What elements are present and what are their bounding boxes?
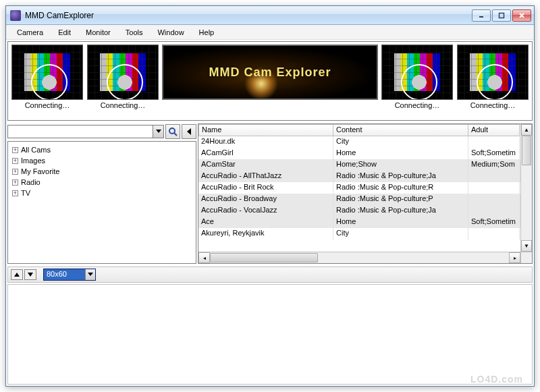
horizontal-scrollbar[interactable]: ◂ ▸ — [198, 252, 520, 263]
search-icon — [168, 127, 178, 136]
cell-adult — [468, 182, 520, 194]
scroll-thumb[interactable] — [210, 253, 318, 262]
table-row[interactable]: ACamStarHome;ShowMedium;Som — [198, 159, 532, 171]
cell-name: ACamStar — [198, 159, 333, 171]
menu-edit[interactable]: Edit — [51, 27, 78, 38]
sort-ascending-button[interactable] — [11, 269, 23, 280]
cell-content: City — [333, 136, 468, 148]
app-icon — [10, 10, 21, 21]
app-window: MMD CamExplorer Camera Edit Monitor Tool… — [5, 5, 535, 387]
search-button[interactable] — [165, 124, 180, 139]
table-row[interactable]: AccuRadio - BroadwayRadio :Music & Pop-c… — [198, 194, 532, 205]
column-header-adult[interactable]: Adult — [468, 124, 520, 136]
expand-icon[interactable]: + — [12, 169, 18, 175]
cell-adult: Soft;Sometim — [468, 217, 520, 228]
thumbnail-item[interactable]: Connecting… — [11, 45, 84, 109]
menu-tools[interactable]: Tools — [119, 27, 150, 38]
cell-name: Akureyri, Reykjavik — [198, 228, 333, 240]
svg-rect-1 — [500, 13, 504, 18]
cell-adult — [468, 205, 520, 217]
scroll-down-button[interactable]: ▼ — [521, 240, 532, 252]
table-row[interactable]: AccuRadio - Brit RockRadio :Music & Pop-… — [198, 182, 532, 194]
category-tree[interactable]: + All Cams + Images + My Favorite + Radi… — [7, 141, 196, 264]
scroll-up-button[interactable]: ▲ — [521, 124, 532, 136]
maximize-icon — [498, 12, 505, 19]
test-pattern-icon — [381, 45, 453, 100]
chevron-down-icon — [88, 273, 93, 277]
svg-line-6 — [174, 133, 177, 136]
tree-item-tv[interactable]: + TV — [11, 188, 193, 198]
thumbnail-item[interactable]: Connecting… — [381, 45, 454, 109]
thumbnail-label: Connecting… — [11, 101, 84, 109]
svg-marker-4 — [156, 130, 161, 133]
menu-camera[interactable]: Camera — [10, 27, 50, 38]
cell-adult: Medium;Som — [468, 159, 520, 171]
cell-content: City — [333, 228, 468, 240]
scroll-right-button[interactable]: ▸ — [509, 252, 520, 263]
tree-item-images[interactable]: + Images — [11, 155, 193, 166]
table-header: Name Content Adult — [198, 124, 532, 136]
cell-adult — [468, 228, 520, 240]
menu-help[interactable]: Help — [192, 27, 221, 38]
table-row[interactable]: 24Hour.dkCity — [198, 136, 532, 148]
thumbnail-item[interactable]: Connecting… — [86, 45, 159, 109]
lower-toolbar: 80x60 — [7, 267, 533, 283]
tree-label: My Favorite — [21, 167, 59, 175]
tree-item-my-favorite[interactable]: + My Favorite — [11, 166, 193, 177]
column-header-name[interactable]: Name — [198, 124, 333, 136]
menu-monitor[interactable]: Monitor — [79, 27, 117, 38]
minimize-button[interactable] — [472, 9, 491, 22]
scroll-thumb[interactable] — [522, 136, 531, 165]
expand-icon[interactable]: + — [12, 190, 18, 196]
thumbnail-label: Connecting… — [456, 101, 529, 109]
size-value: 80x60 — [44, 269, 85, 280]
cell-adult — [468, 194, 520, 205]
collapse-arrow-icon — [186, 128, 192, 136]
tree-item-radio[interactable]: + Radio — [11, 177, 193, 188]
cell-name: Ace — [198, 217, 333, 228]
tree-item-all-cams[interactable]: + All Cams — [11, 144, 193, 155]
column-header-content[interactable]: Content — [333, 124, 468, 136]
thumbnail-strip: Connecting… Connecting… MMD Cam Explorer… — [7, 41, 533, 121]
size-dropdown-button[interactable] — [85, 269, 95, 280]
triangle-up-icon — [14, 272, 20, 277]
thumbnail-item[interactable]: Connecting… — [456, 45, 529, 109]
banner[interactable]: MMD Cam Explorer — [162, 45, 378, 100]
svg-marker-8 — [14, 273, 20, 277]
cell-name: AccuRadio - VocalJazz — [198, 205, 333, 217]
table-row[interactable]: AceHomeSoft;Sometim — [198, 217, 532, 228]
close-button[interactable] — [512, 9, 531, 22]
search-combo[interactable] — [7, 125, 164, 138]
table-row[interactable]: Akureyri, ReykjavikCity — [198, 228, 532, 240]
scroll-track[interactable] — [210, 252, 509, 263]
close-icon — [518, 12, 525, 19]
banner-text: MMD Cam Explorer — [209, 65, 331, 80]
cell-name: AccuRadio - Brit Rock — [198, 182, 333, 194]
cell-name: ACamGirl — [198, 148, 333, 159]
search-dropdown-button[interactable] — [153, 125, 163, 138]
table-row[interactable]: AccuRadio - VocalJazzRadio :Music & Pop-… — [198, 205, 532, 217]
cell-name: AccuRadio - Broadway — [198, 194, 333, 205]
menu-window[interactable]: Window — [151, 27, 190, 38]
expand-icon[interactable]: + — [12, 158, 18, 164]
collapse-button[interactable] — [182, 124, 196, 139]
expand-icon[interactable]: + — [12, 147, 18, 153]
cell-name: AccuRadio - AllThatJazz — [198, 171, 333, 182]
sort-descending-button[interactable] — [24, 269, 36, 280]
maximize-button[interactable] — [492, 9, 511, 22]
vertical-scrollbar[interactable]: ▲ ▼ — [520, 124, 532, 252]
svg-point-5 — [169, 128, 175, 134]
cell-content: Radio :Music & Pop-culture;Ja — [333, 171, 468, 182]
table-row[interactable]: ACamGirlHomeSoft;Sometim — [198, 148, 532, 159]
cell-content: Home;Show — [333, 159, 468, 171]
scroll-track[interactable] — [521, 136, 532, 240]
test-pattern-icon — [11, 45, 83, 100]
tree-label: TV — [21, 189, 30, 197]
search-input[interactable] — [8, 125, 153, 138]
size-selector[interactable]: 80x60 — [43, 269, 96, 281]
cell-adult — [468, 136, 520, 148]
cell-adult — [468, 171, 520, 182]
expand-icon[interactable]: + — [12, 179, 18, 186]
scroll-left-button[interactable]: ◂ — [198, 252, 210, 263]
table-row[interactable]: AccuRadio - AllThatJazzRadio :Music & Po… — [198, 171, 532, 182]
